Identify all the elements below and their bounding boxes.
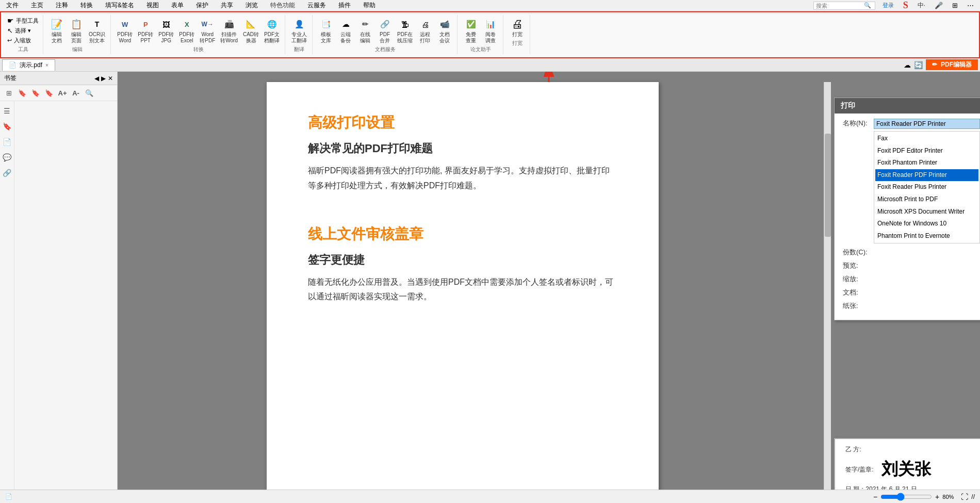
- menu-fill-sign[interactable]: 填写&签名: [103, 0, 136, 11]
- template-lib-button[interactable]: 📑 模板文库: [317, 16, 335, 45]
- edit-doc-button[interactable]: 📝 编辑文档: [47, 16, 66, 45]
- doc-tab-active[interactable]: 📄 演示.pdf ×: [2, 59, 55, 71]
- sidebar-nav-prev[interactable]: ◀: [94, 75, 99, 82]
- sidebar-tb-btn7[interactable]: 🔍: [84, 87, 95, 99]
- select-tool-button[interactable]: ↖ 选择 ▾: [6, 26, 40, 35]
- pdf-editor-button[interactable]: ✏ PDF编辑器: [926, 59, 978, 70]
- pdf-compress-button[interactable]: 🗜 PDF在线压缩: [395, 16, 415, 45]
- sidebar-icon-4[interactable]: 💬: [2, 152, 13, 163]
- sidebar-close-button[interactable]: ✕: [108, 75, 113, 82]
- selected-printer-display: Foxit Reader PDF Printer: [874, 119, 980, 129]
- pdf-translate-button[interactable]: 🌐 PDF文档翻译: [262, 16, 282, 45]
- printer-item-ms-pdf[interactable]: Microsoft Print to PDF: [875, 193, 978, 206]
- menu-file[interactable]: 文件: [4, 0, 21, 11]
- zoom-slider[interactable]: [880, 493, 932, 501]
- sidebar-tb-btn5[interactable]: A+: [57, 87, 68, 99]
- doc-meeting-button[interactable]: 📹 文档会议: [435, 16, 454, 45]
- printer-item-fax[interactable]: Fax: [875, 133, 978, 145]
- zoom-out-button[interactable]: −: [873, 493, 877, 501]
- print-preview-row: 预览:: [843, 261, 980, 270]
- sidebar-tb-btn1[interactable]: ⊞: [3, 87, 14, 99]
- scan-icon: 📠: [222, 17, 236, 31]
- hand-tool-button[interactable]: ☛ 手型工具: [6, 16, 40, 25]
- reading-survey-button[interactable]: 📊 阅卷调查: [481, 16, 500, 45]
- cloud-backup-button[interactable]: ☁ 云端备份: [336, 16, 355, 45]
- menu-help[interactable]: 帮助: [361, 0, 378, 11]
- cad-label: CAD转换器: [243, 31, 259, 44]
- pdf-to-ppt-button[interactable]: P PDF转PPT: [136, 16, 155, 45]
- pdf-translate-label: PDF文档翻译: [264, 31, 280, 44]
- pdf-to-excel-icon: X: [179, 17, 194, 31]
- menu-convert[interactable]: 转换: [78, 0, 95, 11]
- online-edit-label: 在线编辑: [360, 31, 370, 44]
- menu-cloud[interactable]: 云服务: [305, 0, 328, 11]
- convert-group-label: 转换: [193, 46, 204, 53]
- print-name-label: 名称(N):: [843, 119, 874, 128]
- sidebar-icon-2[interactable]: 🔖: [2, 121, 13, 132]
- translate-group: 👤 专业人工翻译 翻译: [286, 15, 313, 54]
- trim-tool-button[interactable]: ↩ 入缩放: [6, 36, 40, 45]
- menu-plugin[interactable]: 插件: [336, 0, 353, 11]
- pdf-to-word-button[interactable]: W PDF转Word: [115, 16, 135, 45]
- fullscreen-button[interactable]: ⛶: [961, 493, 968, 501]
- sidebar-tb-btn2[interactable]: 🔖: [17, 87, 28, 99]
- remote-print-button[interactable]: 🖨 远程打印: [416, 16, 434, 45]
- menu-special[interactable]: 特色功能: [268, 0, 297, 11]
- online-edit-button[interactable]: ✏ 在线编辑: [356, 16, 374, 45]
- pdf-to-jpg-button[interactable]: 🖼 PDF转JPG: [156, 16, 176, 45]
- section2-body: 随着无纸化办公应用普及。当遇到使用PDF文档中需要添加个人签名或者标识时，可以通…: [308, 275, 617, 305]
- sidebar-tb-btn4[interactable]: 🔖: [43, 87, 55, 99]
- menu-share[interactable]: 共享: [219, 0, 235, 11]
- print-room-buttons: 🖨 打宽: [508, 16, 527, 39]
- word-to-pdf-button[interactable]: W→ Word转PDF: [198, 16, 217, 45]
- cloud-sync-icon: ☁: [904, 61, 911, 69]
- printer-item-reader-plus[interactable]: Foxit Reader Plus Printer: [875, 181, 978, 193]
- printer-item-phantom[interactable]: Foxit Phantom Printer: [875, 157, 978, 169]
- sidebar-icon-1[interactable]: ☰: [2, 105, 13, 117]
- printer-item-evernote[interactable]: Phantom Print to Evernote: [875, 230, 978, 242]
- sidebar-tb-btn6[interactable]: A-: [70, 87, 81, 99]
- tab-close-button[interactable]: ×: [45, 62, 48, 68]
- scrollbar-thumb[interactable]: [825, 134, 831, 237]
- print-doc-label: 文档:: [843, 288, 874, 297]
- pdf-merge-button[interactable]: 🔗 PDF合并: [375, 16, 394, 45]
- printer-item-xps[interactable]: Microsoft XPS Document Writer: [875, 206, 978, 218]
- pro-translate-button[interactable]: 👤 专业人工翻译: [289, 16, 309, 45]
- print-preview-label: 预览:: [843, 261, 874, 270]
- menu-view[interactable]: 视图: [144, 0, 161, 11]
- printer-item-editor[interactable]: Foxit PDF Editor Printer: [875, 145, 978, 157]
- doc-meeting-label: 文档会议: [439, 31, 450, 44]
- sidebar-icon-3[interactable]: 📄: [2, 136, 13, 148]
- scan-to-word-button[interactable]: 📠 扫描件转Word: [218, 16, 240, 45]
- printer-item-onenote[interactable]: OneNote for Windows 10: [875, 218, 978, 230]
- print-zoom-label: 缩放:: [843, 274, 874, 284]
- printer-item-reader[interactable]: Foxit Reader PDF Printer: [875, 169, 978, 182]
- pdf-to-excel-button[interactable]: X PDF转Excel: [177, 16, 197, 45]
- menu-protect[interactable]: 保护: [194, 0, 210, 11]
- menu-annotation[interactable]: 注释: [54, 0, 70, 11]
- zoom-in-button[interactable]: +: [935, 493, 939, 501]
- ocr-button[interactable]: T OCR识别文本: [87, 16, 107, 45]
- cad-converter-button[interactable]: 📐 CAD转换器: [241, 16, 261, 45]
- sidebar-icon-5[interactable]: 🔗: [2, 167, 13, 179]
- menu-browse[interactable]: 浏览: [243, 0, 260, 11]
- edit-page-label: 编辑页面: [71, 31, 81, 44]
- reading-survey-icon: 📊: [483, 17, 498, 31]
- menu-form[interactable]: 表单: [169, 0, 186, 11]
- pdf-compress-icon: 🗜: [398, 17, 412, 31]
- sidebar-tb-btn3[interactable]: 🔖: [30, 87, 41, 99]
- login-button[interactable]: 登录: [880, 1, 896, 10]
- free-check-button[interactable]: ✅ 免费查重: [462, 16, 480, 45]
- edit-page-button[interactable]: 📋 编辑页面: [67, 16, 86, 45]
- pdf-viewer[interactable]: 高级打印设置 解决常见的PDF打印难题 福昕PDF阅读器拥有强大的打印功能, 界…: [118, 72, 980, 490]
- section2-subtitle: 签字更便捷: [308, 252, 617, 268]
- print-room-button[interactable]: 🖨 打宽: [508, 16, 527, 39]
- sidebar-nav-next[interactable]: ▶: [101, 75, 106, 82]
- menu-home[interactable]: 主页: [29, 0, 45, 11]
- reading-survey-label: 阅卷调查: [485, 31, 496, 44]
- fit-icon[interactable]: //: [971, 493, 975, 500]
- cloud-backup-icon: ☁: [338, 17, 353, 31]
- printer-list[interactable]: Fax Foxit PDF Editor Printer Foxit Phant…: [874, 131, 980, 244]
- edit-buttons: 📝 编辑文档 📋 编辑页面 T OCR识别文本: [47, 16, 107, 45]
- vertical-scrollbar[interactable]: [824, 82, 831, 490]
